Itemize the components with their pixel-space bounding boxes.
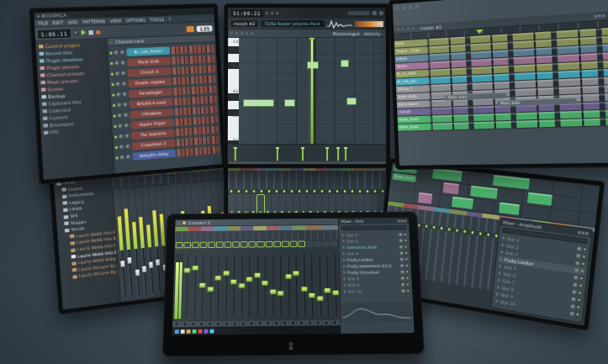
taskbar-app-icon[interactable] (193, 329, 197, 333)
slot-mix-knob[interactable] (577, 246, 582, 251)
fader-cap[interactable] (300, 287, 308, 293)
channel-name-button[interactable]: Pluck 510L (127, 56, 171, 66)
wait-icon[interactable] (271, 12, 273, 14)
select-tool-icon[interactable] (246, 32, 248, 34)
slot-enable-led[interactable] (407, 283, 409, 285)
slot-enable-led[interactable] (407, 277, 409, 279)
pattern-selector[interactable]: morph #2 (230, 20, 258, 27)
draw-tool-icon[interactable] (397, 28, 399, 30)
velocity-bar[interactable] (302, 150, 304, 161)
taskbar-app-icon[interactable] (187, 329, 191, 333)
fader-cap[interactable] (324, 288, 331, 293)
menu-item[interactable]: TOOLS (150, 17, 165, 23)
channel-volume-knob[interactable] (121, 61, 126, 65)
channel-pan-knob[interactable] (115, 71, 120, 76)
channel-enable-led[interactable] (115, 156, 118, 159)
windows-taskbar[interactable] (172, 325, 341, 335)
slot-enable-led[interactable] (405, 246, 407, 248)
channel-volume-knob[interactable] (120, 50, 125, 54)
touch-fader[interactable] (262, 253, 268, 319)
slot-enable-led[interactable] (405, 258, 407, 260)
touch-fader[interactable] (315, 252, 324, 319)
touch-fader[interactable] (254, 253, 261, 319)
channel-select-button[interactable] (265, 241, 272, 247)
volume-fader[interactable] (147, 261, 154, 270)
slot-mix-knob[interactable] (569, 311, 574, 316)
slot-mix-knob[interactable] (573, 282, 578, 288)
channel-volume-knob[interactable] (123, 92, 128, 96)
channel-volume-knob[interactable] (123, 102, 128, 107)
mute-led[interactable] (161, 237, 164, 240)
audio-clip[interactable] (499, 202, 520, 214)
slot-mix-knob[interactable] (576, 253, 581, 258)
track-name-button[interactable]: Bass_lead (398, 124, 431, 131)
channel-enable-led[interactable] (109, 51, 112, 54)
toolbar-icon[interactable] (409, 5, 413, 9)
channel-enable-led[interactable] (114, 114, 116, 117)
velocity-bar[interactable] (345, 150, 346, 161)
channel-volume-knob[interactable] (126, 154, 131, 159)
track-name-button[interactable]: morph (397, 108, 431, 115)
slot-mix-knob[interactable] (572, 289, 577, 294)
slot-mix-knob[interactable] (399, 251, 404, 256)
audio-clip[interactable] (493, 175, 530, 189)
menu-item[interactable]: PATTERNS (82, 18, 106, 24)
slot-enable-led[interactable] (583, 256, 585, 257)
fader-cap[interactable] (238, 283, 246, 289)
menu-item[interactable]: OPTIONS (125, 18, 145, 24)
channel-pan-knob[interactable] (120, 155, 125, 160)
mute-led[interactable] (127, 240, 130, 243)
channel-enable-led[interactable] (111, 72, 114, 75)
fader-cap[interactable] (309, 293, 316, 298)
fader-cap[interactable] (183, 268, 191, 274)
slot-mix-knob[interactable] (400, 257, 404, 261)
window-buttons[interactable] (578, 230, 589, 235)
slot-search-box[interactable] (341, 225, 407, 230)
slot-mix-knob[interactable] (570, 303, 575, 309)
mute-led[interactable] (134, 240, 136, 242)
start-button[interactable] (175, 330, 179, 334)
track-name-button[interactable]: Bass auto (396, 92, 430, 101)
track-name-button[interactable]: Bass_lead (397, 116, 431, 124)
midi-note[interactable] (243, 99, 274, 107)
channel-select-button[interactable] (241, 241, 248, 247)
channel-volume-knob[interactable] (122, 82, 127, 86)
slice-tool-icon[interactable] (241, 32, 243, 34)
slot-mix-knob[interactable] (399, 233, 403, 237)
channel-select-button[interactable] (306, 240, 314, 246)
channel-enable-led[interactable] (114, 124, 116, 127)
zoom-tool-icon[interactable] (251, 32, 253, 34)
fader-cap[interactable] (246, 277, 253, 282)
channel-select-button[interactable] (282, 241, 289, 247)
channel-select-button[interactable] (330, 240, 338, 246)
fader-cap[interactable] (214, 276, 222, 282)
volume-fader[interactable] (134, 269, 140, 277)
slot-enable-led[interactable] (404, 234, 406, 235)
touch-fader[interactable] (300, 252, 308, 319)
slot-enable-led[interactable] (406, 271, 408, 272)
slot-enable-led[interactable] (579, 292, 581, 294)
fader-cap[interactable] (262, 280, 269, 286)
touch-fader[interactable] (198, 253, 207, 319)
velocity-lane[interactable] (228, 144, 386, 161)
channel-pan-knob[interactable] (119, 124, 124, 129)
gain-slider[interactable] (355, 21, 383, 27)
track-name-button[interactable]: Bass_lead (392, 173, 416, 182)
paint-tool-icon[interactable] (235, 32, 238, 34)
channel-pan-knob[interactable] (114, 50, 119, 55)
channel-select-button[interactable] (233, 241, 241, 247)
record-arm-icon[interactable] (182, 221, 186, 224)
touch-fader[interactable] (246, 253, 253, 319)
fader-cap[interactable] (293, 271, 300, 277)
channel-name-button[interactable]: BL_Lab_Kepler (126, 46, 170, 55)
slot-mix-knob[interactable] (401, 277, 405, 281)
menu-item[interactable]: ADD (68, 19, 78, 25)
fader-cap[interactable] (222, 270, 230, 276)
taskbar-app-icon[interactable] (181, 329, 185, 333)
piano-keys[interactable]: C4B3A3G3F3 (228, 38, 239, 144)
slot-mix-knob[interactable] (400, 270, 404, 274)
slip-tool-icon[interactable] (407, 28, 410, 30)
main-volume-knob[interactable] (73, 30, 79, 36)
channel-select-button[interactable] (273, 241, 281, 247)
tempo-display[interactable]: 135 (197, 25, 213, 32)
